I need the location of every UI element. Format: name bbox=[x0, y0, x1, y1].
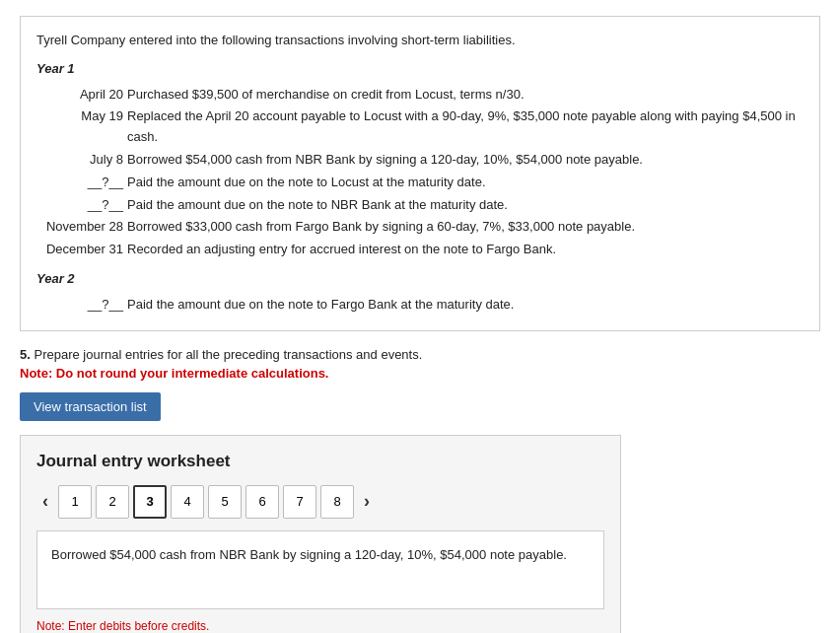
tab-button-7[interactable]: 7 bbox=[283, 485, 316, 519]
transaction-date: __?__ bbox=[36, 194, 125, 217]
tab-next-button[interactable]: › bbox=[358, 489, 376, 514]
instruction-note: Note: Do not round your intermediate cal… bbox=[20, 366, 820, 381]
transaction-date: April 20 bbox=[36, 84, 125, 106]
instruction-text: 5. Prepare journal entries for all the p… bbox=[20, 347, 820, 362]
year1-transactions: April 20 Purchased $39,500 of merchandis… bbox=[36, 84, 804, 261]
transaction-row: __?__ Paid the amount due on the note to… bbox=[36, 172, 804, 194]
transaction-description-text: Borrowed $54,000 cash from NBR Bank by s… bbox=[51, 547, 567, 562]
tabs-container: 12345678 bbox=[58, 485, 354, 519]
year2-header: Year 2 bbox=[36, 269, 804, 290]
transaction-row: May 19 Replaced the April 20 account pay… bbox=[36, 106, 804, 149]
transaction-date: July 8 bbox=[36, 149, 125, 172]
transaction-text: Paid the amount due on the note to NBR B… bbox=[125, 194, 804, 217]
transaction-date: December 31 bbox=[36, 239, 125, 261]
transaction-text: Replaced the April 20 account payable to… bbox=[125, 106, 804, 149]
journal-worksheet: Journal entry worksheet ‹ 12345678 › Bor… bbox=[20, 435, 621, 633]
year1-header: Year 1 bbox=[36, 59, 804, 80]
transaction-date: __?__ bbox=[36, 172, 125, 194]
transaction-text: Paid the amount due on the note to Fargo… bbox=[125, 294, 804, 316]
tab-button-8[interactable]: 8 bbox=[320, 485, 354, 519]
tab-button-2[interactable]: 2 bbox=[96, 485, 129, 519]
instruction-body: Prepare journal entries for all the prec… bbox=[34, 347, 422, 362]
transaction-row: December 31 Recorded an adjusting entry … bbox=[36, 239, 804, 261]
transaction-text: Purchased $39,500 of merchandise on cred… bbox=[125, 84, 804, 106]
transaction-date: May 19 bbox=[36, 106, 125, 149]
transaction-row: July 8 Borrowed $54,000 cash from NBR Ba… bbox=[36, 149, 804, 172]
transaction-row: November 28 Borrowed $33,000 cash from F… bbox=[36, 216, 804, 239]
transaction-text: Borrowed $54,000 cash from NBR Bank by s… bbox=[125, 149, 804, 172]
tab-button-4[interactable]: 4 bbox=[171, 485, 204, 519]
tab-button-5[interactable]: 5 bbox=[208, 485, 242, 519]
note-enter-text: Note: Enter debits before credits. bbox=[36, 619, 604, 633]
transaction-text: Paid the amount due on the note to Locus… bbox=[125, 172, 804, 194]
transaction-row: __?__ Paid the amount due on the note to… bbox=[36, 294, 804, 316]
problem-text-box: Tyrell Company entered into the followin… bbox=[20, 16, 820, 331]
transaction-text: Recorded an adjusting entry for accrued … bbox=[125, 239, 804, 261]
journal-title: Journal entry worksheet bbox=[36, 452, 604, 471]
tab-navigation: ‹ 12345678 › bbox=[36, 485, 604, 519]
instruction-section: 5. Prepare journal entries for all the p… bbox=[20, 347, 820, 381]
view-transaction-list-button[interactable]: View transaction list bbox=[20, 392, 161, 421]
tab-button-3[interactable]: 3 bbox=[133, 485, 167, 519]
tab-button-6[interactable]: 6 bbox=[245, 485, 279, 519]
transaction-text: Borrowed $33,000 cash from Fargo Bank by… bbox=[125, 216, 804, 239]
transaction-description: Borrowed $54,000 cash from NBR Bank by s… bbox=[36, 530, 604, 609]
intro-text: Tyrell Company entered into the followin… bbox=[36, 31, 804, 51]
tab-button-1[interactable]: 1 bbox=[58, 485, 92, 519]
transaction-row: __?__ Paid the amount due on the note to… bbox=[36, 194, 804, 217]
transaction-date: November 28 bbox=[36, 216, 125, 239]
tab-prev-button[interactable]: ‹ bbox=[36, 489, 54, 514]
year2-transactions: __?__ Paid the amount due on the note to… bbox=[36, 294, 804, 316]
transaction-date: __?__ bbox=[36, 294, 125, 316]
transaction-row: April 20 Purchased $39,500 of merchandis… bbox=[36, 84, 804, 106]
instruction-number: 5. bbox=[20, 347, 31, 362]
